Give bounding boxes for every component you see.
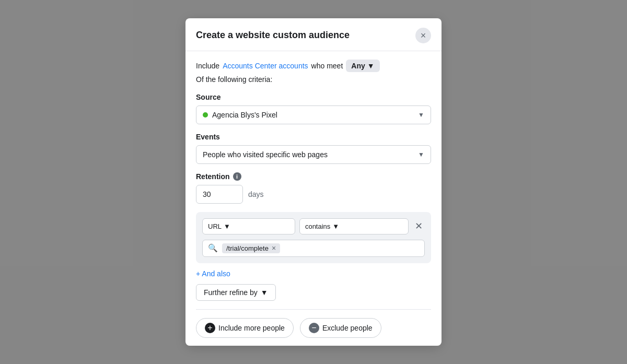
modal-body: Include Accounts Center accounts who mee… [185,51,442,346]
pixel-status-dot [203,112,208,118]
contains-select[interactable]: contains ▼ [299,218,409,234]
modal-overlay: Create a website custom audience × Inclu… [0,0,627,364]
events-label: Events [196,133,431,141]
filter-box: URL ▼ contains ▼ ✕ 🔍 /trial/complete × [196,212,431,263]
events-chevron-icon: ▼ [418,151,424,158]
source-chevron-icon: ▼ [418,111,424,119]
actions-section: + Include more people − Exclude people [196,309,431,346]
close-button[interactable]: × [415,28,431,43]
source-label: Source [196,93,431,101]
exclude-minus-icon: − [309,323,319,333]
retention-section: Retention i days [196,172,431,204]
retention-unit: days [248,190,264,198]
url-chevron-icon: ▼ [224,222,230,230]
source-select-left: Agencia Blys's Pixel [203,111,277,119]
filter-row: URL ▼ contains ▼ ✕ [202,218,425,234]
events-section: Events People who visited specific web p… [196,133,431,164]
intro-postfix: Of the following criteria: [196,75,272,84]
include-label: Include more people [218,324,285,332]
source-select[interactable]: Agencia Blys's Pixel ▼ [196,105,431,124]
refine-container: Further refine by ▼ [196,284,431,301]
any-dropdown[interactable]: Any ▼ [346,60,379,72]
url-select[interactable]: URL ▼ [202,218,295,234]
and-also-link[interactable]: + And also [196,269,230,278]
exclude-button[interactable]: − Exclude people [300,318,381,338]
modal: Create a website custom audience × Inclu… [185,18,442,346]
exclude-label: Exclude people [322,324,373,332]
retention-info-icon[interactable]: i [233,172,241,181]
include-plus-icon: + [205,323,215,333]
intro-prefix: Include [196,62,219,70]
contains-label: contains [305,222,330,230]
intro-row: Include Accounts Center accounts who mee… [196,60,431,84]
refine-button[interactable]: Further refine by ▼ [196,284,276,301]
retention-input[interactable] [196,185,243,204]
refine-chevron-icon: ▼ [261,288,268,297]
url-label: URL [208,222,222,230]
intro-suffix: who meet [311,62,343,70]
search-icon: 🔍 [208,243,218,253]
search-row: 🔍 /trial/complete × [202,240,425,257]
modal-header: Create a website custom audience × [185,18,442,51]
source-section: Source Agencia Blys's Pixel ▼ [196,93,431,124]
accounts-center-link[interactable]: Accounts Center accounts [223,62,308,70]
source-value: Agencia Blys's Pixel [212,111,277,119]
retention-row: days [196,185,431,204]
remove-filter-button[interactable]: ✕ [413,220,425,232]
include-more-button[interactable]: + Include more people [196,318,294,338]
any-chevron-icon: ▼ [367,62,375,70]
modal-title: Create a website custom audience [196,30,350,41]
contains-chevron-icon: ▼ [332,222,339,230]
refine-label: Further refine by [204,288,258,297]
retention-label: Retention i [196,172,431,181]
tag-remove-icon[interactable]: × [272,244,276,252]
filter-tag-value: /trial/complete [226,244,269,252]
events-value: People who visited specific web pages [203,150,328,159]
filter-tag: /trial/complete × [222,243,280,253]
events-select[interactable]: People who visited specific web pages ▼ [196,145,431,164]
any-label: Any [351,62,365,70]
